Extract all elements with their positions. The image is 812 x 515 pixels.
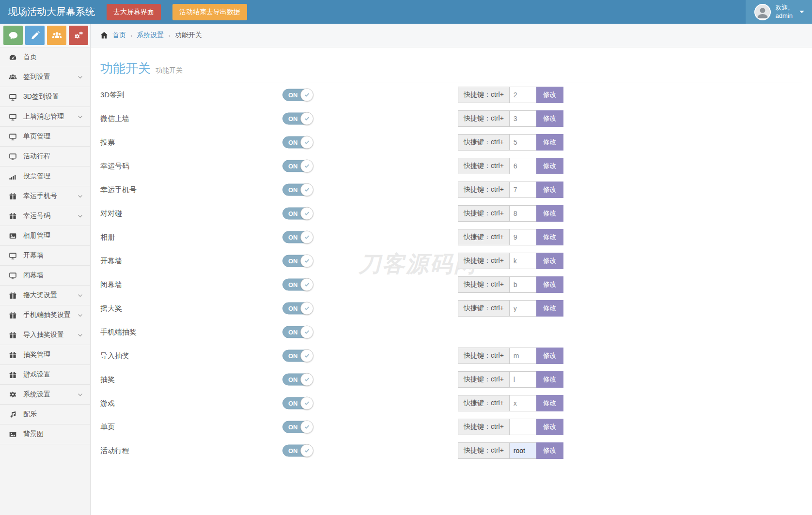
toggle-switch[interactable]: ON [282, 421, 313, 433]
sidebar-item[interactable]: 幸运手机号 [0, 186, 90, 206]
sidebar-item[interactable]: 3D签到设置 [0, 87, 90, 107]
modify-button[interactable]: 修改 [536, 300, 563, 317]
toggle-knob [300, 159, 313, 172]
toggle-on-label: ON [288, 210, 298, 217]
toggle-switch[interactable]: ON [282, 136, 313, 148]
sidebar-item[interactable]: 上墙消息管理 [0, 107, 90, 127]
sidebar-item[interactable]: 摇大奖设置 [0, 286, 90, 305]
feature-row: 投票 ON 快捷键：ctrl+ 修改 [100, 130, 802, 154]
sidebar-item[interactable]: 手机端抽奖设置 [0, 305, 90, 325]
modify-button[interactable]: 修改 [536, 276, 563, 293]
gears-button[interactable] [69, 26, 88, 45]
go-big-screen-button[interactable]: 去大屏幕界面 [107, 4, 161, 20]
shortcut-prefix: 快捷键：ctrl+ [458, 371, 509, 388]
shortcut-group: 快捷键：ctrl+ 修改 [458, 348, 563, 364]
toggle-knob [300, 207, 313, 220]
sidebar-item[interactable]: 活动行程 [0, 147, 90, 167]
toggle-switch[interactable]: ON [282, 183, 313, 196]
monitor-icon [8, 112, 17, 121]
toggle-on-label: ON [288, 233, 298, 241]
toggle-switch[interactable]: ON [282, 397, 313, 409]
shortcut-input[interactable] [509, 442, 536, 459]
modify-button[interactable]: 修改 [536, 205, 563, 222]
users-button[interactable] [47, 26, 66, 45]
modify-button[interactable]: 修改 [536, 110, 563, 127]
modify-button[interactable]: 修改 [536, 158, 563, 174]
modify-button[interactable]: 修改 [536, 253, 563, 269]
toggle-switch[interactable]: ON [282, 160, 313, 172]
shortcut-input[interactable] [509, 276, 536, 293]
secondary-bar: 首页 › 系统设置 › 功能开关 [0, 24, 812, 47]
shortcut-input[interactable] [509, 205, 536, 222]
chat-button[interactable] [3, 26, 23, 45]
modify-button[interactable]: 修改 [536, 182, 563, 198]
shortcut-input[interactable] [509, 110, 536, 127]
image-icon [8, 231, 17, 240]
pencil-button[interactable] [25, 26, 45, 45]
shortcut-input[interactable] [509, 134, 536, 151]
sidebar-item[interactable]: 相册管理 [0, 226, 90, 246]
toggle-switch[interactable]: ON [282, 278, 313, 290]
sidebar-item[interactable]: 闭幕墙 [0, 266, 90, 286]
sidebar-item[interactable]: 投票管理 [0, 167, 90, 186]
monitor-icon [8, 152, 17, 161]
sidebar-item[interactable]: 配乐 [0, 405, 90, 424]
sidebar-item[interactable]: 单页管理 [0, 127, 90, 147]
shortcut-input[interactable] [509, 419, 536, 435]
sidebar-item[interactable]: 幸运号码 [0, 206, 90, 226]
shortcut-input[interactable] [509, 87, 536, 103]
toggle-switch[interactable]: ON [282, 255, 313, 267]
shortcut-input[interactable] [509, 253, 536, 269]
shortcut-input[interactable] [509, 348, 536, 364]
sidebar-item[interactable]: 首页 [0, 47, 90, 67]
breadcrumb-home[interactable]: 首页 [112, 31, 126, 40]
app-title: 现场活动大屏幕系统 [0, 5, 95, 18]
toggle-switch[interactable]: ON [282, 349, 313, 362]
shortcut-input[interactable] [509, 182, 536, 198]
shortcut-input[interactable] [509, 371, 536, 388]
modify-button[interactable]: 修改 [536, 134, 563, 151]
shortcut-group: 快捷键：ctrl+ 修改 [458, 395, 563, 411]
shortcut-group: 快捷键：ctrl+ 修改 [458, 134, 563, 151]
sidebar-item[interactable]: 导入抽奖设置 [0, 325, 90, 345]
feature-label: 微信上墙 [100, 114, 129, 123]
shortcut-input[interactable] [509, 158, 536, 174]
toggle-switch[interactable]: ON [282, 373, 313, 385]
export-data-button[interactable]: 活动结束去导出数据 [172, 4, 247, 20]
toggle-switch[interactable]: ON [282, 231, 313, 243]
modify-button[interactable]: 修改 [536, 442, 563, 459]
toggle-switch[interactable]: ON [282, 89, 313, 101]
modify-button[interactable]: 修改 [536, 395, 563, 411]
toggle-switch[interactable]: ON [282, 326, 313, 338]
sidebar-item[interactable]: 开幕墙 [0, 246, 90, 266]
modify-button[interactable]: 修改 [536, 371, 563, 388]
gift-icon [8, 370, 17, 379]
sidebar-item[interactable]: 签到设置 [0, 67, 90, 87]
sidebar-item[interactable]: 游戏设置 [0, 365, 90, 385]
toggle-switch[interactable]: ON [282, 207, 313, 219]
toggle-knob [300, 254, 313, 267]
modify-button[interactable]: 修改 [536, 229, 563, 245]
feature-label: 手机端抽奖 [100, 327, 137, 336]
shortcut-input[interactable] [509, 229, 536, 245]
shortcut-input[interactable] [509, 395, 536, 411]
sidebar-item-label: 相册管理 [23, 231, 83, 240]
modify-button[interactable]: 修改 [536, 87, 563, 103]
toggle-knob [300, 88, 313, 101]
sidebar-item[interactable]: 抽奖管理 [0, 345, 90, 365]
modify-button[interactable]: 修改 [536, 419, 563, 435]
modify-button[interactable]: 修改 [536, 348, 563, 364]
toggle-switch[interactable]: ON [282, 444, 313, 456]
user-menu[interactable]: 欢迎, admin [746, 0, 812, 24]
feature-label: 开幕墙 [100, 256, 122, 265]
sidebar-item-label: 开幕墙 [23, 251, 83, 260]
toggle-switch[interactable]: ON [282, 112, 313, 124]
breadcrumb-section[interactable]: 系统设置 [137, 31, 164, 40]
caret-down-icon [799, 11, 804, 13]
feature-row: 摇大奖 ON 快捷键：ctrl+ 修改 [100, 296, 802, 320]
shortcut-input[interactable] [509, 300, 536, 317]
sidebar-item[interactable]: 系统设置 [0, 385, 90, 405]
toggle-knob [300, 373, 313, 386]
sidebar-item[interactable]: 背景图 [0, 424, 90, 444]
toggle-switch[interactable]: ON [282, 302, 313, 314]
